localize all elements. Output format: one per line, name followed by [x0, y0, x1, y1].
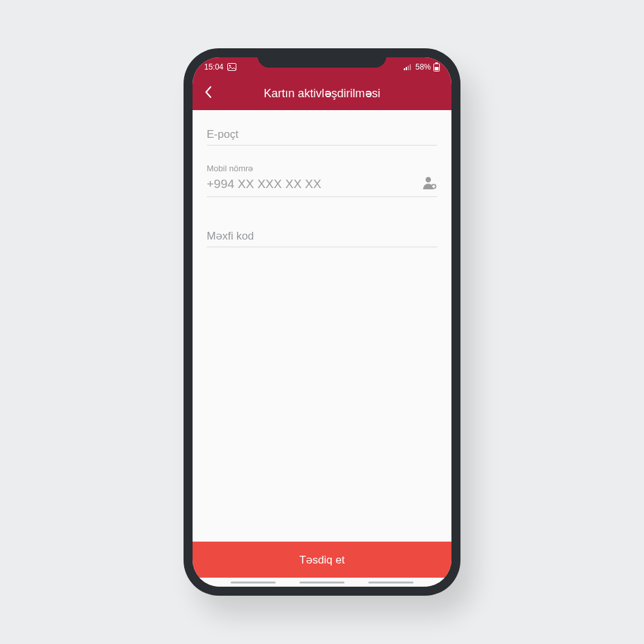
add-contact-button[interactable] [422, 176, 437, 193]
phone-device-frame: 15:04 5 [184, 48, 460, 596]
battery-percent: 58% [415, 62, 431, 71]
mobile-input[interactable] [207, 177, 422, 191]
phone-screen: 15:04 5 [193, 57, 451, 587]
svg-point-9 [426, 177, 431, 182]
mobile-field[interactable]: Mobil nömrə [207, 164, 437, 197]
chevron-left-icon [204, 86, 212, 102]
phone-notch [258, 48, 386, 68]
nav-home-indicator[interactable] [299, 582, 345, 583]
add-contact-icon [422, 181, 437, 192]
nav-back-indicator[interactable] [368, 582, 413, 583]
app-header: Kartın aktivləşdirilməsi [193, 77, 451, 110]
svg-rect-8 [435, 67, 439, 70]
email-field[interactable]: E-poçt [207, 128, 437, 146]
svg-rect-4 [408, 66, 409, 70]
nav-recent-indicator[interactable] [231, 582, 276, 583]
battery-icon [433, 62, 440, 71]
image-icon [227, 63, 236, 71]
spacer [207, 265, 437, 542]
form-content: E-poçt Mobil nömrə [193, 110, 451, 542]
svg-rect-0 [228, 64, 236, 71]
status-right: 58% [404, 62, 440, 71]
secret-code-field[interactable]: Məxfi kod [207, 229, 437, 247]
system-nav-bar [193, 578, 451, 587]
email-label: E-poçt [207, 128, 437, 141]
confirm-button[interactable]: Təsdiq et [193, 542, 451, 578]
svg-rect-2 [404, 68, 405, 70]
svg-rect-5 [410, 64, 411, 70]
back-button[interactable] [193, 77, 223, 110]
secret-code-label: Məxfi kod [207, 229, 437, 243]
confirm-label: Təsdiq et [299, 553, 345, 567]
status-left: 15:04 [204, 62, 236, 71]
page-title: Kartın aktivləşdirilməsi [193, 86, 451, 100]
svg-point-1 [229, 65, 231, 67]
svg-rect-12 [432, 186, 435, 187]
mobile-label: Mobil nömrə [207, 164, 437, 173]
status-time: 15:04 [204, 62, 223, 71]
svg-rect-3 [406, 67, 407, 70]
signal-icon [404, 64, 413, 70]
